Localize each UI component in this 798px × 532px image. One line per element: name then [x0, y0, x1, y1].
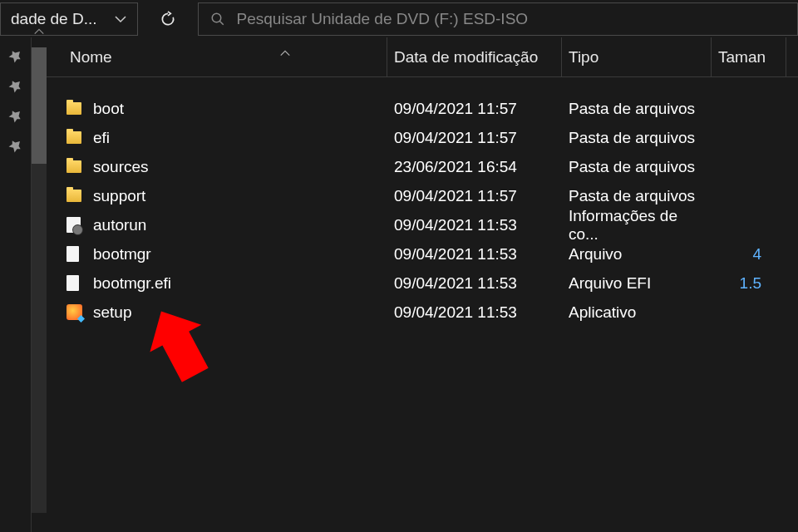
- list-item[interactable]: autorun09/04/2021 11:53Informações de co…: [47, 210, 798, 239]
- list-item[interactable]: sources23/06/2021 16:54Pasta de arquivos: [47, 152, 798, 181]
- file-type: Informações de co...: [562, 207, 712, 244]
- file-type: Arquivo: [562, 245, 712, 264]
- search-box[interactable]: [198, 2, 798, 36]
- file-date: 09/04/2021 11:57: [387, 187, 562, 205]
- chevron-up-icon: [279, 47, 291, 59]
- list-item[interactable]: setup09/04/2021 11:53Aplicativo: [47, 298, 798, 327]
- file-date: 09/04/2021 11:53: [387, 245, 562, 264]
- file-date: 09/04/2021 11:53: [387, 303, 562, 322]
- file-type: Pasta de arquivos: [562, 100, 712, 118]
- column-header-date[interactable]: Data de modificação: [387, 37, 562, 76]
- content-area: Nome Data de modificação Tipo Taman boot…: [0, 37, 798, 532]
- column-header-name[interactable]: Nome: [63, 37, 387, 76]
- file-size: 4: [712, 245, 761, 264]
- folder-icon: [66, 160, 88, 173]
- file-name: bootmgr: [88, 245, 387, 264]
- folder-icon: [66, 102, 88, 115]
- file-type: Aplicativo: [562, 303, 712, 322]
- refresh-button[interactable]: [148, 2, 188, 35]
- list-item[interactable]: bootmgr09/04/2021 11:53Arquivo4: [47, 239, 798, 268]
- chevron-down-icon[interactable]: [114, 12, 127, 26]
- search-icon: [210, 12, 225, 27]
- setup-icon: [66, 304, 88, 320]
- scrollbar-track[interactable]: [32, 47, 47, 513]
- file-date: 09/04/2021 11:57: [387, 129, 562, 147]
- file-name: sources: [88, 158, 387, 176]
- column-headers: Nome Data de modificação Tipo Taman: [47, 37, 798, 77]
- file-type: Pasta de arquivos: [562, 129, 712, 147]
- file-date: 23/06/2021 16:54: [387, 158, 562, 176]
- file-name: autorun: [88, 216, 387, 234]
- pin-icon[interactable]: [6, 136, 25, 155]
- list-item[interactable]: bootmgr.efi09/04/2021 11:53Arquivo EFI1.…: [47, 268, 798, 298]
- gear-icon: [66, 217, 88, 233]
- column-header-type[interactable]: Tipo: [562, 37, 712, 76]
- file-name: boot: [88, 100, 387, 118]
- folder-icon: [66, 190, 88, 202]
- search-input[interactable]: [237, 10, 786, 28]
- file-name: setup: [88, 303, 387, 322]
- file-icon: [66, 246, 88, 262]
- pin-icon[interactable]: [6, 76, 25, 96]
- chevron-up-icon[interactable]: [33, 26, 45, 37]
- folder-icon: [66, 131, 88, 144]
- quick-access-rail: [0, 37, 32, 532]
- file-name: bootmgr.efi: [88, 274, 387, 293]
- file-name: efi: [88, 129, 387, 147]
- file-date: 09/04/2021 11:53: [387, 216, 562, 234]
- file-size: 1.5: [712, 274, 761, 293]
- file-type: Arquivo EFI: [562, 274, 712, 293]
- breadcrumb-box[interactable]: dade de D...: [0, 2, 138, 36]
- pin-icon[interactable]: [6, 106, 25, 126]
- file-list-panel: Nome Data de modificação Tipo Taman boot…: [47, 37, 798, 532]
- breadcrumb: dade de D...: [11, 10, 97, 28]
- list-item[interactable]: boot09/04/2021 11:57Pasta de arquivos: [47, 94, 798, 123]
- list-item[interactable]: efi09/04/2021 11:57Pasta de arquivos: [47, 123, 798, 152]
- scrollbar-thumb[interactable]: [32, 47, 47, 164]
- file-icon: [66, 275, 88, 291]
- file-date: 09/04/2021 11:53: [387, 274, 562, 293]
- refresh-icon: [160, 11, 176, 27]
- file-type: Pasta de arquivos: [562, 187, 712, 205]
- column-header-size[interactable]: Taman: [712, 37, 786, 76]
- pin-icon[interactable]: [6, 47, 25, 66]
- address-search-bar: dade de D...: [0, 0, 798, 37]
- svg-point-0: [212, 13, 221, 22]
- file-date: 09/04/2021 11:57: [387, 100, 562, 118]
- tree-scrollbar[interactable]: [32, 37, 47, 532]
- file-name: support: [88, 187, 387, 205]
- file-type: Pasta de arquivos: [562, 158, 712, 176]
- file-list: boot09/04/2021 11:57Pasta de arquivosefi…: [47, 77, 798, 327]
